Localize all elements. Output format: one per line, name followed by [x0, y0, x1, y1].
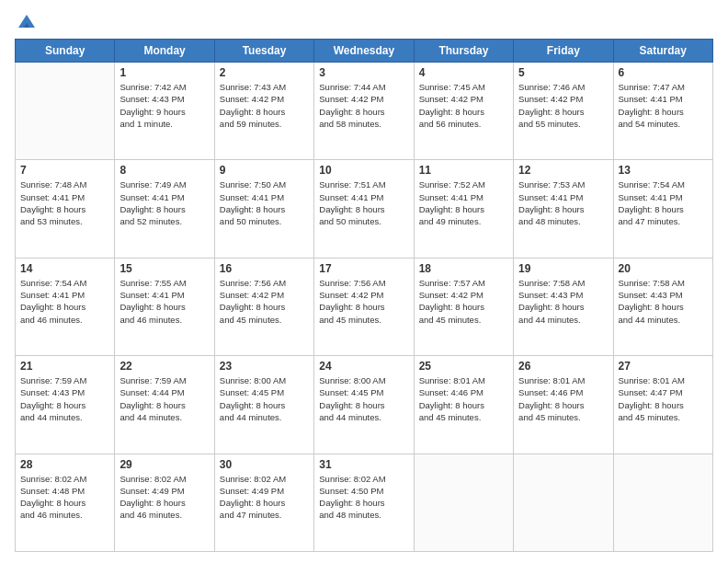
calendar-cell: 12Sunrise: 7:53 AM Sunset: 4:41 PM Dayli…	[514, 160, 613, 258]
day-info: Sunrise: 7:47 AM Sunset: 4:41 PM Dayligh…	[619, 81, 708, 130]
day-number: 23	[220, 360, 309, 373]
calendar-cell: 3Sunrise: 7:44 AM Sunset: 4:42 PM Daylig…	[314, 63, 414, 160]
day-number: 10	[319, 164, 408, 177]
day-info: Sunrise: 7:56 AM Sunset: 4:42 PM Dayligh…	[319, 277, 408, 326]
calendar-week-0: 1Sunrise: 7:42 AM Sunset: 4:43 PM Daylig…	[16, 63, 713, 160]
day-number: 27	[619, 360, 708, 373]
calendar-cell: 26Sunrise: 8:01 AM Sunset: 4:46 PM Dayli…	[514, 356, 613, 454]
calendar-cell: 21Sunrise: 7:59 AM Sunset: 4:43 PM Dayli…	[16, 356, 115, 454]
day-info: Sunrise: 8:02 AM Sunset: 4:50 PM Dayligh…	[319, 473, 408, 522]
calendar-week-3: 21Sunrise: 7:59 AM Sunset: 4:43 PM Dayli…	[16, 356, 713, 454]
day-info: Sunrise: 7:59 AM Sunset: 4:44 PM Dayligh…	[119, 374, 209, 423]
day-number: 13	[619, 164, 708, 177]
day-info: Sunrise: 8:01 AM Sunset: 4:47 PM Dayligh…	[619, 374, 708, 423]
day-info: Sunrise: 7:58 AM Sunset: 4:43 PM Dayligh…	[518, 277, 608, 326]
day-info: Sunrise: 7:49 AM Sunset: 4:41 PM Dayligh…	[119, 178, 209, 227]
day-number: 20	[619, 262, 708, 275]
calendar-cell: 13Sunrise: 7:54 AM Sunset: 4:41 PM Dayli…	[613, 160, 712, 258]
day-info: Sunrise: 8:02 AM Sunset: 4:49 PM Dayligh…	[119, 473, 209, 522]
calendar-cell: 31Sunrise: 8:02 AM Sunset: 4:50 PM Dayli…	[314, 454, 414, 551]
day-header-wednesday: Wednesday	[314, 40, 414, 63]
day-number: 25	[419, 360, 508, 373]
day-info: Sunrise: 7:50 AM Sunset: 4:41 PM Dayligh…	[220, 178, 309, 227]
calendar-week-2: 14Sunrise: 7:54 AM Sunset: 4:41 PM Dayli…	[16, 258, 713, 355]
calendar-cell: 6Sunrise: 7:47 AM Sunset: 4:41 PM Daylig…	[613, 63, 712, 160]
calendar-cell: 10Sunrise: 7:51 AM Sunset: 4:41 PM Dayli…	[314, 160, 414, 258]
calendar-cell: 4Sunrise: 7:45 AM Sunset: 4:42 PM Daylig…	[414, 63, 513, 160]
calendar-cell: 28Sunrise: 8:02 AM Sunset: 4:48 PM Dayli…	[16, 454, 115, 551]
day-header-thursday: Thursday	[414, 40, 513, 63]
calendar-week-1: 7Sunrise: 7:48 AM Sunset: 4:41 PM Daylig…	[16, 160, 713, 258]
day-info: Sunrise: 7:46 AM Sunset: 4:42 PM Dayligh…	[518, 81, 608, 130]
day-header-tuesday: Tuesday	[214, 40, 313, 63]
calendar-cell: 27Sunrise: 8:01 AM Sunset: 4:47 PM Dayli…	[613, 356, 712, 454]
calendar-cell: 14Sunrise: 7:54 AM Sunset: 4:41 PM Dayli…	[16, 258, 115, 355]
calendar-cell: 25Sunrise: 8:01 AM Sunset: 4:46 PM Dayli…	[414, 356, 513, 454]
day-info: Sunrise: 7:54 AM Sunset: 4:41 PM Dayligh…	[20, 277, 109, 326]
calendar-table: SundayMondayTuesdayWednesdayThursdayFrid…	[15, 39, 713, 552]
calendar-cell: 17Sunrise: 7:56 AM Sunset: 4:42 PM Dayli…	[314, 258, 414, 355]
calendar-cell: 19Sunrise: 7:58 AM Sunset: 4:43 PM Dayli…	[514, 258, 613, 355]
day-number: 24	[319, 360, 408, 373]
day-number: 28	[20, 458, 109, 471]
day-number: 21	[20, 360, 109, 373]
day-info: Sunrise: 7:53 AM Sunset: 4:41 PM Dayligh…	[518, 178, 608, 227]
calendar-cell: 7Sunrise: 7:48 AM Sunset: 4:41 PM Daylig…	[16, 160, 115, 258]
calendar-cell	[514, 454, 613, 551]
header	[15, 11, 713, 31]
day-info: Sunrise: 8:02 AM Sunset: 4:48 PM Dayligh…	[20, 473, 109, 522]
day-number: 15	[119, 262, 209, 275]
day-number: 26	[518, 360, 608, 373]
day-number: 3	[319, 66, 408, 79]
calendar-cell: 20Sunrise: 7:58 AM Sunset: 4:43 PM Dayli…	[613, 258, 712, 355]
day-number: 1	[119, 66, 209, 79]
day-number: 6	[619, 66, 708, 79]
day-number: 19	[518, 262, 608, 275]
day-number: 31	[319, 458, 408, 471]
day-number: 17	[319, 262, 408, 275]
calendar-cell: 29Sunrise: 8:02 AM Sunset: 4:49 PM Dayli…	[115, 454, 214, 551]
day-info: Sunrise: 8:00 AM Sunset: 4:45 PM Dayligh…	[220, 374, 309, 423]
day-info: Sunrise: 7:58 AM Sunset: 4:43 PM Dayligh…	[619, 277, 708, 326]
calendar-cell: 11Sunrise: 7:52 AM Sunset: 4:41 PM Dayli…	[414, 160, 513, 258]
calendar-cell	[414, 454, 513, 551]
calendar-cell: 15Sunrise: 7:55 AM Sunset: 4:41 PM Dayli…	[115, 258, 214, 355]
day-number: 7	[20, 164, 109, 177]
day-info: Sunrise: 7:56 AM Sunset: 4:42 PM Dayligh…	[220, 277, 309, 326]
calendar-header-row: SundayMondayTuesdayWednesdayThursdayFrid…	[16, 40, 713, 63]
logo	[15, 11, 37, 31]
day-header-sunday: Sunday	[16, 40, 115, 63]
day-info: Sunrise: 8:01 AM Sunset: 4:46 PM Dayligh…	[419, 374, 508, 423]
day-info: Sunrise: 7:48 AM Sunset: 4:41 PM Dayligh…	[20, 178, 109, 227]
day-number: 12	[518, 164, 608, 177]
day-number: 30	[220, 458, 309, 471]
day-number: 8	[119, 164, 209, 177]
day-info: Sunrise: 7:55 AM Sunset: 4:41 PM Dayligh…	[119, 277, 209, 326]
day-header-monday: Monday	[115, 40, 214, 63]
calendar-cell: 1Sunrise: 7:42 AM Sunset: 4:43 PM Daylig…	[115, 63, 214, 160]
day-info: Sunrise: 8:02 AM Sunset: 4:49 PM Dayligh…	[220, 473, 309, 522]
calendar-cell: 24Sunrise: 8:00 AM Sunset: 4:45 PM Dayli…	[314, 356, 414, 454]
calendar-cell: 5Sunrise: 7:46 AM Sunset: 4:42 PM Daylig…	[514, 63, 613, 160]
calendar-week-4: 28Sunrise: 8:02 AM Sunset: 4:48 PM Dayli…	[16, 454, 713, 551]
day-info: Sunrise: 7:59 AM Sunset: 4:43 PM Dayligh…	[20, 374, 109, 423]
day-number: 18	[419, 262, 508, 275]
day-info: Sunrise: 7:44 AM Sunset: 4:42 PM Dayligh…	[319, 81, 408, 130]
calendar-cell: 22Sunrise: 7:59 AM Sunset: 4:44 PM Dayli…	[115, 356, 214, 454]
day-info: Sunrise: 7:52 AM Sunset: 4:41 PM Dayligh…	[419, 178, 508, 227]
day-number: 2	[220, 66, 309, 79]
day-number: 4	[419, 66, 508, 79]
day-info: Sunrise: 7:42 AM Sunset: 4:43 PM Dayligh…	[119, 81, 209, 130]
day-number: 29	[119, 458, 209, 471]
day-number: 16	[220, 262, 309, 275]
day-info: Sunrise: 8:01 AM Sunset: 4:46 PM Dayligh…	[518, 374, 608, 423]
day-number: 11	[419, 164, 508, 177]
calendar-cell: 30Sunrise: 8:02 AM Sunset: 4:49 PM Dayli…	[214, 454, 313, 551]
day-header-friday: Friday	[514, 40, 613, 63]
calendar-cell: 2Sunrise: 7:43 AM Sunset: 4:42 PM Daylig…	[214, 63, 313, 160]
day-info: Sunrise: 7:45 AM Sunset: 4:42 PM Dayligh…	[419, 81, 508, 130]
calendar-cell: 9Sunrise: 7:50 AM Sunset: 4:41 PM Daylig…	[214, 160, 313, 258]
calendar-cell: 8Sunrise: 7:49 AM Sunset: 4:41 PM Daylig…	[115, 160, 214, 258]
logo-icon	[17, 11, 37, 31]
calendar-cell	[613, 454, 712, 551]
